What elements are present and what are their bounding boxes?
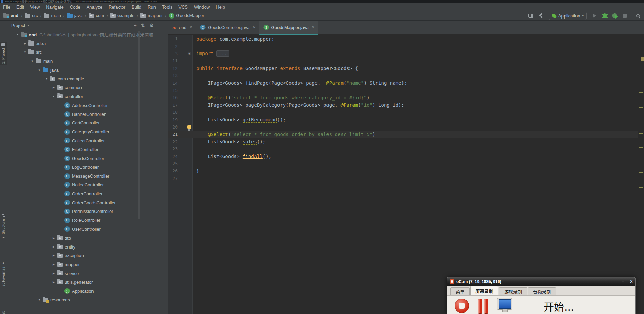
ocam-tab-菜单[interactable]: 菜单 [450, 287, 470, 295]
tree-item-bannercontroller[interactable]: CBannerController [7, 110, 168, 119]
code-line-3[interactable]: 3+import ... [168, 50, 638, 57]
tree-item-logcontroller[interactable]: CLogController [7, 163, 168, 172]
editor-tab-end[interactable]: mend× [168, 21, 196, 34]
project-scrollbar[interactable] [138, 31, 140, 219]
code-line-13[interactable]: 13 [168, 72, 638, 79]
ocam-tab-音频录制[interactable]: 音频录制 [528, 287, 556, 295]
code-line-14[interactable]: 14 IPage<Goods> findPage(Page<Goods> pag… [168, 79, 638, 86]
chevron-expanded-icon[interactable]: ▼ [51, 95, 56, 98]
code-line-17[interactable]: 17 IPage<Goods> pageByCategory(Page<Good… [168, 101, 638, 109]
code-line-20[interactable]: 20 [168, 123, 638, 131]
chevron-expanded-icon[interactable]: ▼ [23, 51, 27, 54]
stripe-button-web[interactable]: Web [0, 309, 7, 314]
code-line-18[interactable]: 18 [168, 109, 638, 116]
tree-item-entity[interactable]: ▶entity [7, 242, 168, 251]
code-line-24[interactable]: 24 List<Goods> findAll(); [168, 153, 638, 160]
code-line-27[interactable]: 27 [168, 175, 638, 182]
warning-stripe-mark[interactable] [639, 92, 643, 93]
stop-button[interactable] [621, 12, 628, 19]
stripe-button-favorites[interactable]: ★2: Favorites [0, 260, 7, 288]
tree-item-messagecontroller[interactable]: CMessageController [7, 172, 168, 181]
collapse-all-icon[interactable]: ⇅ [141, 23, 145, 28]
menu-code[interactable]: Code [67, 3, 84, 11]
ocam-titlebar[interactable]: oCam (7, 19, 1885, 916) – X [447, 277, 635, 286]
locate-file-icon[interactable]: ⌖ [134, 23, 137, 28]
tree-item-.idea[interactable]: ▶.idea [7, 39, 168, 48]
intention-bulb-icon[interactable] [187, 125, 191, 129]
build-hammer-icon[interactable] [537, 12, 544, 19]
warning-stripe-mark[interactable] [639, 172, 643, 173]
menu-build[interactable]: Build [128, 3, 145, 11]
menu-vcs[interactable]: VCS [175, 3, 191, 11]
search-everywhere-icon[interactable] [634, 12, 641, 19]
breadcrumb-main[interactable]: main [43, 13, 61, 18]
tree-item-rolecontroller[interactable]: CRoleController [7, 216, 168, 225]
tree-item-cartcontroller[interactable]: CCartController [7, 119, 168, 128]
breadcrumb-com[interactable]: com [88, 13, 105, 18]
monitor-icon[interactable] [497, 298, 512, 310]
tree-item-dto[interactable]: ▶dto [7, 233, 168, 242]
chevron-expanded-icon[interactable]: ▼ [15, 33, 20, 36]
tool-window-toggle-icon[interactable] [528, 12, 534, 19]
hide-panel-icon[interactable]: ― [158, 23, 163, 28]
tree-item-com.example[interactable]: ▼com.example [7, 74, 168, 83]
tree-item-application[interactable]: Application [7, 287, 168, 295]
code-line-11[interactable]: 11 [168, 57, 638, 64]
minimize-button[interactable]: – [622, 279, 624, 284]
stripe-button-project[interactable]: 1: Project [0, 42, 7, 65]
tree-item-main[interactable]: ▼main [7, 57, 168, 65]
breadcrumb-example[interactable]: example [110, 13, 135, 18]
breadcrumb-goodsmapper[interactable]: IGoodsMapper [168, 13, 205, 19]
fold-expand-icon[interactable]: + [188, 52, 191, 55]
menu-file[interactable]: File [0, 3, 13, 11]
close-icon[interactable]: × [312, 25, 314, 30]
breadcrumb-end[interactable]: end [3, 13, 19, 18]
record-stop-button[interactable] [455, 299, 469, 313]
breadcrumb-mapper[interactable]: mapper [140, 13, 163, 18]
menu-view[interactable]: View [27, 3, 43, 11]
ocam-tab-游戏录制[interactable]: 游戏录制 [499, 287, 527, 295]
code-line-22[interactable]: 22 List<Goods> sales(); [168, 138, 638, 145]
chevron-collapsed-icon[interactable]: ▶ [23, 42, 27, 45]
ocam-tab-屏幕录制[interactable]: 屏幕录制 [470, 286, 498, 295]
warning-stripe-mark[interactable] [639, 107, 643, 108]
tree-item-permissioncontroller[interactable]: CPermissionController [7, 207, 168, 216]
error-stripe[interactable] [638, 35, 644, 314]
start-recording-label[interactable]: 开始... [544, 299, 574, 314]
tree-item-filecontroller[interactable]: CFileController [7, 145, 168, 154]
chevron-collapsed-icon[interactable]: ▶ [51, 245, 56, 249]
chevron-expanded-icon[interactable]: ▼ [44, 77, 49, 80]
tree-item-controller[interactable]: ▼controller [7, 92, 168, 101]
tree-item-src[interactable]: ▼src [7, 48, 168, 57]
close-icon[interactable]: × [190, 25, 192, 30]
project-panel-header[interactable]: Project ▾ ⌖ ⇅ ⚙ ― [7, 21, 168, 30]
pause-button[interactable] [476, 299, 490, 313]
tree-item-collectcontroller[interactable]: CCollectController [7, 136, 168, 145]
stripe-button-structure[interactable]: 7: Structure [0, 213, 7, 240]
chevron-expanded-icon[interactable]: ▼ [37, 298, 42, 301]
menu-navigate[interactable]: Navigate [43, 3, 66, 11]
breadcrumb-java[interactable]: java [66, 13, 83, 18]
warning-stripe-mark[interactable] [639, 133, 643, 134]
warning-stripe-mark[interactable] [639, 147, 643, 148]
tree-item-ordercontroller[interactable]: COrderController [7, 189, 168, 198]
breadcrumb-src[interactable]: src [24, 13, 38, 18]
menu-edit[interactable]: Edit [13, 3, 27, 11]
code-line-12[interactable]: 12public interface GoodsMapper extends B… [168, 65, 638, 72]
menu-run[interactable]: Run [145, 3, 159, 11]
chevron-collapsed-icon[interactable]: ▶ [51, 263, 56, 266]
menu-window[interactable]: Window [191, 3, 213, 11]
chevron-collapsed-icon[interactable]: ▶ [51, 86, 56, 89]
code-line-15[interactable]: 15 [168, 87, 638, 94]
run-button[interactable] [591, 12, 598, 19]
code-line-23[interactable]: 23 [168, 145, 638, 153]
tree-item-usercontroller[interactable]: CUserController [7, 225, 168, 234]
code-line-21[interactable]: 21 @Select("select * from goods order by… [168, 131, 638, 138]
tree-item-exception[interactable]: ▶exception [7, 251, 168, 260]
code-line-26[interactable]: 26} [168, 167, 638, 174]
close-button[interactable]: X [630, 279, 633, 284]
menu-refactor[interactable]: Refactor [106, 3, 128, 11]
code-line-2[interactable]: 2 [168, 43, 638, 50]
warning-stripe-mark[interactable] [639, 187, 643, 188]
tree-item-end[interactable]: ▼endG:\shejiing\基于springboot vue前后端分离的在线… [7, 30, 168, 39]
